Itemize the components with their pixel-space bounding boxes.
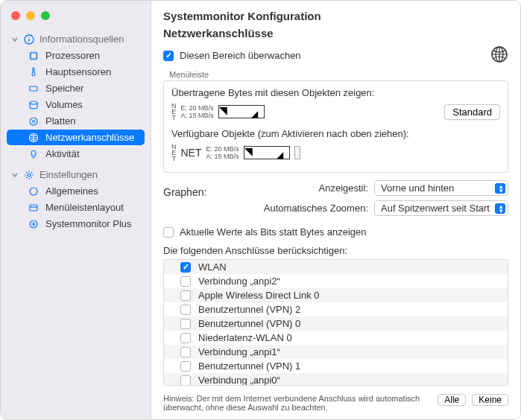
nav-group-einstellungen[interactable]: Einstellungen (7, 166, 145, 183)
port-checkbox[interactable] (180, 305, 191, 315)
net-vertical-label: NET (171, 103, 177, 121)
port-checkbox[interactable] (180, 290, 191, 301)
svg-point-3 (30, 101, 37, 104)
net-graph-widget-available[interactable] (244, 146, 290, 159)
net-outgoing: A: 15 MB/s (206, 153, 239, 160)
nav-group-label: Informationsquellen (40, 34, 124, 45)
port-label: Niederlatenz-WLAN 0 (198, 332, 292, 343)
port-label: Verbindung „anpi0“ (198, 375, 280, 386)
zoom-window-button[interactable] (41, 11, 50, 20)
sidebar-item-prozessoren[interactable]: Prozessoren (7, 48, 145, 63)
svg-point-7 (28, 174, 31, 176)
port-label: Benutzertunnel (VPN) 0 (198, 318, 300, 329)
sidebar-item-systemmonitor-plus[interactable]: Systemmonitor Plus (7, 216, 145, 232)
lightbulb-icon (28, 149, 40, 159)
zoom-value: Auf Spitzenwert seit Start (381, 203, 490, 214)
port-checkbox[interactable] (180, 347, 191, 357)
nav-item-label: Platten (45, 115, 75, 127)
net-vertical-label: NET (171, 144, 177, 162)
sidebar-item-aktivitaet[interactable]: Aktivität (7, 146, 145, 162)
globe-icon (490, 45, 508, 66)
svg-point-8 (30, 188, 37, 195)
port-label: Verbindung „anpi1“ (198, 346, 280, 357)
sidebar-item-allgemeines[interactable]: Allgemeines (7, 183, 145, 199)
port-label: Verbindung „anpi2“ (198, 276, 280, 287)
port-checkbox[interactable] (180, 375, 191, 386)
sidebar: Informationsquellen Prozessoren Hauptsen… (1, 1, 151, 419)
page-title: Netzwerkanschlüsse (151, 25, 520, 45)
memory-icon (28, 83, 40, 94)
port-row[interactable]: Benutzertunnel (VPN) 0 (164, 316, 508, 331)
svg-point-5 (33, 120, 35, 122)
graphen-label: Graphen: (163, 186, 206, 198)
zoom-select[interactable]: Auf Spitzenwert seit Start ▴▾ (374, 200, 508, 216)
port-label: Benutzertunnel (VPN) 1 (198, 360, 300, 372)
port-row[interactable]: Verbindung „anpi1“ (164, 345, 508, 359)
nav-item-label: Volumes (45, 99, 83, 110)
sidebar-item-menueleistenlayout[interactable]: Menüleistenlayout (7, 200, 145, 215)
sidebar-item-speicher[interactable]: Speicher (7, 80, 145, 96)
select-all-button[interactable]: Alle (438, 394, 466, 406)
cpu-icon (28, 51, 40, 61)
menubar-section-label: Menüleiste (163, 70, 508, 79)
sidebar-item-platten[interactable]: Platten (7, 113, 145, 129)
net-text-label[interactable]: NET (181, 147, 202, 159)
net-graph-widget[interactable] (218, 105, 265, 118)
port-row[interactable]: Verbindung „anpi0“ (164, 373, 508, 386)
gear-icon (23, 170, 35, 180)
chevron-down-icon (11, 171, 19, 179)
svg-rect-2 (30, 86, 37, 91)
close-window-button[interactable] (11, 11, 20, 20)
general-icon (28, 186, 40, 197)
sidebar-item-volumes[interactable]: Volumes (7, 97, 145, 112)
bits-checkbox[interactable] (163, 227, 174, 238)
port-row[interactable]: Benutzertunnel (VPN) 2 (164, 302, 508, 316)
main: Systemmonitor Konfiguration Netzwerkansc… (151, 1, 520, 419)
port-checkbox[interactable] (180, 319, 191, 329)
monitor-section-checkbox[interactable] (163, 51, 174, 61)
default-button[interactable]: Standard (444, 104, 500, 120)
port-row[interactable]: Verbindung „anpi2“ (164, 274, 508, 288)
port-row[interactable]: Apple Wireless Direct Link 0 (164, 288, 508, 302)
sidebar-item-hauptsensoren[interactable]: Hauptsensoren (7, 64, 145, 80)
port-label: WLAN (198, 261, 227, 273)
net-stats: E: 20 MB/s A: 15 MB/s (206, 145, 239, 160)
port-checkbox[interactable] (180, 333, 191, 343)
port-checkbox[interactable] (180, 262, 191, 273)
port-row[interactable]: Benutzertunnel (VPN) 1 (164, 359, 508, 373)
port-row[interactable]: Niederlatenz-WLAN 0 (164, 331, 508, 345)
info-icon (23, 34, 35, 45)
nav-item-label: Systemmonitor Plus (45, 218, 132, 229)
display-style-value: Vorne und hinten (381, 182, 454, 194)
ports-list[interactable]: WLANVerbindung „anpi2“Apple Wireless Dir… (163, 259, 508, 386)
network-icon (28, 133, 40, 143)
nav-item-label: Netzwerkanschlüsse (45, 132, 134, 143)
nav: Informationsquellen Prozessoren Hauptsen… (1, 28, 151, 235)
content: Diesen Bereich überwachen Menüleiste Übe… (151, 45, 520, 389)
display-style-select[interactable]: Vorne und hinten ▴▾ (374, 180, 508, 196)
updown-icon: ▴▾ (499, 184, 503, 193)
window: Informationsquellen Prozessoren Hauptsen… (0, 0, 521, 420)
net-incoming: E: 20 MB/s (181, 104, 214, 112)
available-objects-label: Verfügbare Objekte (zum Aktivieren nach … (171, 128, 500, 139)
svg-rect-1 (31, 53, 37, 59)
select-none-button[interactable]: Keine (472, 394, 508, 406)
nav-group-label: Einstellungen (40, 169, 98, 180)
layout-icon (28, 203, 40, 213)
svg-point-4 (30, 118, 37, 125)
nav-item-label: Prozessoren (45, 50, 100, 61)
port-checkbox[interactable] (180, 361, 191, 372)
minimize-window-button[interactable] (26, 11, 35, 20)
plus-icon (28, 219, 40, 229)
net-placeholder-widget[interactable] (294, 146, 300, 159)
port-row[interactable]: WLAN (164, 260, 508, 274)
port-checkbox[interactable] (180, 276, 191, 287)
footer: Hinweis: Der mit dem Internet verbundene… (151, 389, 520, 419)
nav-item-label: Allgemeines (45, 185, 98, 197)
chevron-down-icon (11, 36, 19, 43)
thermometer-icon (28, 67, 40, 77)
nav-item-label: Menüleistenlayout (45, 202, 124, 213)
sidebar-item-netzwerkanschluesse[interactable]: Netzwerkanschlüsse (7, 130, 145, 145)
display-style-label: Anzeigestil: (319, 182, 368, 194)
nav-group-informationsquellen[interactable]: Informationsquellen (7, 31, 145, 48)
